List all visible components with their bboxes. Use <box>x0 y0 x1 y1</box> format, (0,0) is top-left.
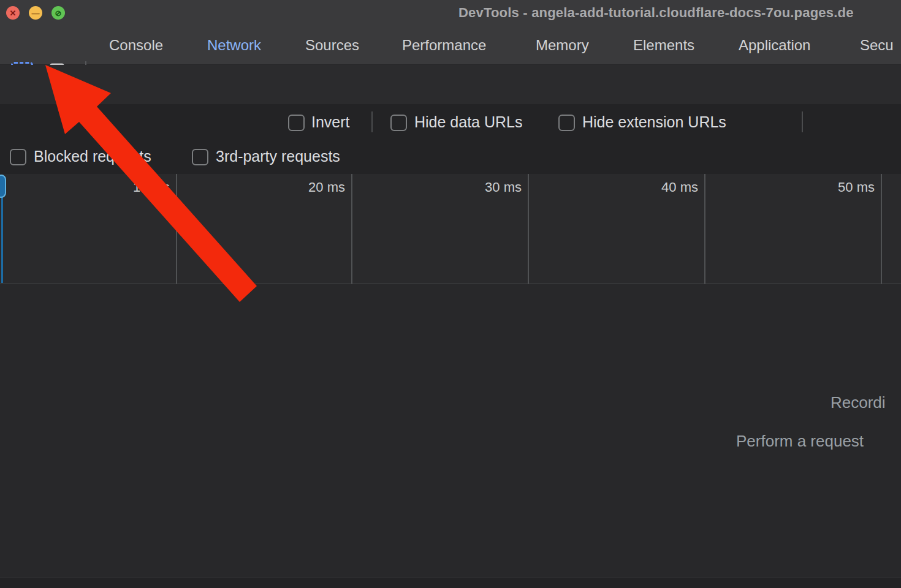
timeline-gridline <box>351 174 352 284</box>
filter-separator <box>371 111 373 132</box>
requests-empty-area: Recordi Perform a request <box>0 284 901 578</box>
hide-extension-urls-label: Hide extension URLs <box>582 113 726 131</box>
timeline-tick: 10 ms <box>96 179 170 195</box>
devtools-tab-bar: Console Network Sources Performance Memo… <box>0 26 901 65</box>
hide-data-urls-checkbox[interactable] <box>390 115 407 131</box>
network-toolbar: Preserve log Disable cache No throttling <box>0 65 901 105</box>
third-party-requests-label: 3rd-party requests <box>216 148 340 165</box>
minimize-window-button[interactable]: — <box>29 6 42 20</box>
invert-checkbox[interactable] <box>288 115 305 131</box>
window-title: DevTools - angela-add-tutorial.cloudflar… <box>458 5 854 21</box>
network-overview-timeline[interactable]: 10 ms 20 ms 30 ms 40 ms 50 ms <box>0 174 901 285</box>
tab-network[interactable]: Network <box>207 26 261 64</box>
tab-security[interactable]: Secu <box>860 26 894 64</box>
tab-console[interactable]: Console <box>109 26 163 64</box>
timeline-gridline <box>704 174 705 284</box>
tab-application[interactable]: Application <box>739 26 810 64</box>
timeline-selection-line <box>1 197 3 283</box>
filter-separator <box>802 111 803 132</box>
perform-request-message: Perform a request <box>736 432 864 451</box>
filter-bar: Invert Hide data URLs Hide extension URL… <box>0 104 901 175</box>
invert-label: Invert <box>311 113 350 131</box>
tab-performance[interactable]: Performance <box>402 26 486 64</box>
zoom-window-button[interactable]: ⊘ <box>51 6 65 20</box>
recording-message: Recordi <box>831 393 886 412</box>
bottom-strip <box>0 578 901 588</box>
tab-memory[interactable]: Memory <box>536 26 589 64</box>
timeline-tick: 30 ms <box>448 179 522 195</box>
blocked-requests-label: Blocked requests <box>34 148 151 165</box>
timeline-tick: 50 ms <box>801 179 875 195</box>
close-window-button[interactable]: ✕ <box>6 6 20 20</box>
timeline-gridline <box>528 174 529 284</box>
timeline-selection-handle[interactable] <box>0 175 6 198</box>
timeline-gridline <box>176 174 177 284</box>
third-party-requests-checkbox[interactable] <box>192 149 208 165</box>
tab-elements[interactable]: Elements <box>633 26 694 64</box>
devtools-window: ✕ — ⊘ DevTools - angela-add-tutorial.clo… <box>0 0 901 588</box>
timeline-gridline <box>881 174 882 284</box>
title-bar: ✕ — ⊘ DevTools - angela-add-tutorial.clo… <box>0 0 901 26</box>
blocked-requests-checkbox[interactable] <box>10 149 26 165</box>
hide-data-urls-label: Hide data URLs <box>414 113 522 131</box>
timeline-tick: 40 ms <box>625 179 698 195</box>
hide-extension-urls-checkbox[interactable] <box>558 115 575 131</box>
timeline-tick: 20 ms <box>272 179 345 195</box>
tab-sources[interactable]: Sources <box>305 26 359 64</box>
